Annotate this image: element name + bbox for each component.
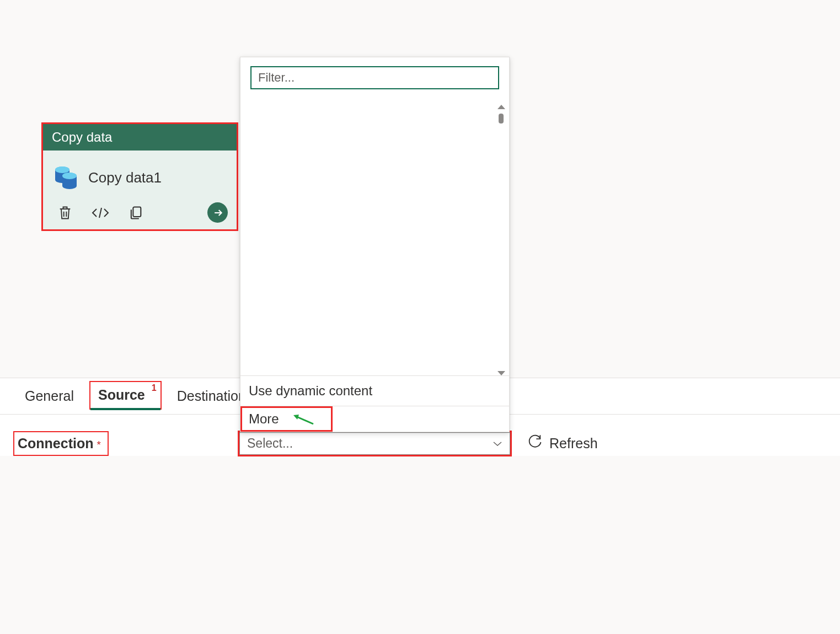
more-option-row: More	[240, 406, 509, 432]
tab-source-label: Source	[98, 387, 145, 402]
refresh-icon	[527, 434, 543, 453]
activity-body: Copy data1	[43, 151, 237, 198]
more-option[interactable]: More	[249, 411, 279, 427]
scrollbar[interactable]	[497, 105, 505, 375]
delete-icon[interactable]	[57, 205, 73, 221]
code-icon[interactable]	[90, 205, 110, 221]
more-option-highlight: More	[240, 406, 333, 432]
copy-data-activity[interactable]: Copy data Copy data1	[41, 122, 238, 231]
copy-icon[interactable]	[128, 205, 143, 221]
chevron-down-icon	[493, 440, 502, 447]
refresh-label: Refresh	[549, 436, 598, 452]
tab-source[interactable]: Source 1	[90, 382, 160, 409]
svg-rect-4	[133, 207, 141, 217]
refresh-button[interactable]: Refresh	[527, 434, 598, 453]
connection-label: Connection	[18, 436, 94, 452]
scroll-up-icon[interactable]	[497, 105, 505, 109]
arrow-annotation-icon	[291, 412, 315, 426]
tab-source-highlight: Source 1	[89, 381, 162, 410]
connection-dropdown-panel: Use dynamic content More	[240, 57, 510, 432]
connection-label-highlight: Connection *	[13, 431, 109, 456]
connection-select-highlight: Select...	[238, 431, 512, 456]
scroll-down-icon[interactable]	[497, 371, 505, 375]
filter-input[interactable]	[250, 66, 499, 89]
tab-source-badge: 1	[152, 383, 157, 393]
database-icon	[54, 164, 78, 191]
scroll-thumb[interactable]	[499, 114, 504, 123]
tab-destination-label: Destination	[177, 388, 246, 404]
use-dynamic-content-option[interactable]: Use dynamic content	[240, 375, 509, 406]
activity-header: Copy data	[43, 124, 237, 151]
activity-actions	[43, 198, 237, 229]
select-placeholder: Select...	[247, 436, 293, 451]
tab-general[interactable]: General	[15, 378, 84, 413]
forward-arrow-button[interactable]	[207, 202, 228, 223]
activity-name: Copy data1	[88, 169, 162, 186]
svg-point-3	[62, 173, 77, 179]
connection-select[interactable]: Select...	[239, 432, 510, 455]
dropdown-list[interactable]	[240, 98, 509, 375]
svg-point-1	[55, 166, 69, 173]
required-indicator: *	[97, 439, 101, 451]
tab-destination[interactable]: Destination 1	[167, 378, 250, 413]
